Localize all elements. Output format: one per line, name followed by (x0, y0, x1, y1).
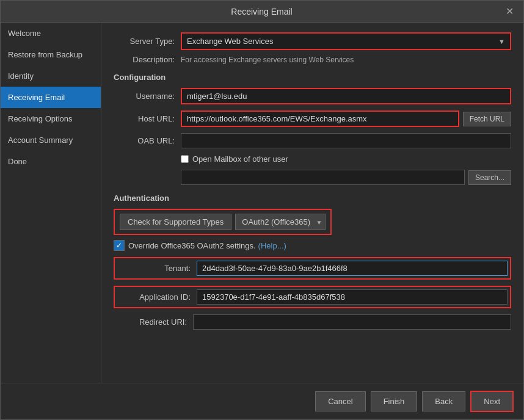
check-supported-types-button[interactable]: Check for Supported Types (120, 214, 231, 230)
content-area: Welcome Restore from Backup Identity Rec… (1, 23, 523, 383)
finish-button[interactable]: Finish (371, 391, 418, 411)
open-mailbox-label: Open Mailbox of other user (192, 154, 288, 164)
footer: Cancel Finish Back Next (1, 383, 523, 419)
override-help-link[interactable]: (Help...) (258, 241, 286, 250)
next-button[interactable]: Next (470, 391, 514, 412)
configuration-title: Configuration (114, 73, 511, 82)
search-row: Search... (114, 170, 511, 185)
tenant-row: Tenant: (114, 257, 511, 280)
host-url-row: Host URL: Fetch URL (114, 110, 511, 127)
tenant-label: Tenant: (117, 264, 197, 273)
server-type-row: Server Type: Exchange Web Services IMAP … (114, 32, 511, 50)
username-input[interactable] (181, 88, 511, 104)
auth-section: Check for Supported Types OAuth2 (Office… (114, 209, 511, 330)
description-value: For accessing Exchange servers using Web… (181, 56, 354, 64)
sidebar-item-done[interactable]: Done (1, 151, 101, 172)
sidebar-item-receiving-email[interactable]: Receiving Email (1, 87, 101, 108)
sidebar-item-restore[interactable]: Restore from Backup (1, 44, 101, 65)
sidebar-item-welcome[interactable]: Welcome (1, 23, 101, 44)
close-button[interactable]: ✕ (503, 5, 516, 17)
tenant-input[interactable] (197, 261, 508, 276)
description-label: Description: (114, 55, 181, 64)
oab-url-input[interactable] (181, 133, 511, 148)
server-type-select[interactable]: Exchange Web Services IMAP POP3 (182, 34, 510, 49)
dialog: Receiving Email ✕ Welcome Restore from B… (0, 0, 524, 420)
auth-controls: Check for Supported Types OAuth2 (Office… (114, 209, 332, 235)
fetch-url-button[interactable]: Fetch URL (463, 112, 511, 126)
username-label: Username: (114, 92, 181, 101)
oab-url-label: OAB URL: (114, 136, 181, 145)
sidebar-item-account-summary[interactable]: Account Summary (1, 129, 101, 151)
override-checkbox[interactable]: ✓ (114, 240, 125, 251)
search-button[interactable]: Search... (468, 170, 511, 185)
sidebar: Welcome Restore from Backup Identity Rec… (1, 23, 101, 383)
host-url-label: Host URL: (114, 114, 181, 123)
host-url-input[interactable] (181, 110, 459, 127)
search-input[interactable] (181, 170, 465, 185)
oauth-wrapper: OAuth2 (Office365) Password GSSAPI ▼ (235, 214, 326, 230)
authentication-title: Authentication (114, 194, 511, 203)
oab-url-row: OAB URL: (114, 133, 511, 148)
username-row: Username: (114, 88, 511, 104)
sidebar-item-identity[interactable]: Identity (1, 65, 101, 87)
server-type-select-wrapper: Exchange Web Services IMAP POP3 ▼ (181, 32, 511, 50)
cancel-button[interactable]: Cancel (315, 391, 365, 411)
override-row: ✓ Override Office365 OAuth2 settings. (H… (114, 240, 511, 251)
redirect-uri-label: Redirect URI: (114, 317, 193, 327)
open-mailbox-checkbox[interactable] (181, 155, 189, 163)
redirect-uri-row: Redirect URI: (114, 314, 511, 330)
description-row: Description: For accessing Exchange serv… (114, 55, 511, 64)
back-button[interactable]: Back (422, 391, 465, 411)
application-id-row: Application ID: (114, 286, 511, 308)
checkmark-icon: ✓ (116, 241, 122, 250)
oauth-select[interactable]: OAuth2 (Office365) Password GSSAPI (235, 214, 326, 230)
override-label: Override Office365 OAuth2 settings. (128, 241, 256, 250)
title-bar: Receiving Email ✕ (1, 1, 523, 23)
server-type-label: Server Type: (114, 37, 181, 46)
sidebar-item-receiving-options[interactable]: Receiving Options (1, 108, 101, 129)
application-id-label: Application ID: (117, 292, 197, 302)
dialog-title: Receiving Email (20, 7, 503, 16)
redirect-uri-input[interactable] (193, 314, 511, 330)
application-id-input[interactable] (197, 289, 508, 305)
open-mailbox-row: Open Mailbox of other user (114, 154, 511, 164)
main-content: Server Type: Exchange Web Services IMAP … (101, 23, 523, 383)
